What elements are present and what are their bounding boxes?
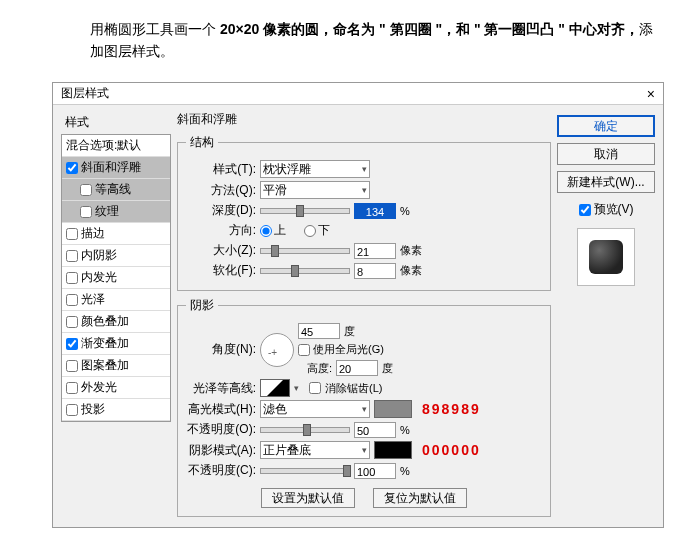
style-label: 图案叠加 bbox=[81, 357, 129, 374]
style-item-1[interactable]: 斜面和浮雕 bbox=[62, 157, 170, 179]
style-item-6[interactable]: 内发光 bbox=[62, 267, 170, 289]
new-style-button[interactable]: 新建样式(W)... bbox=[557, 171, 655, 193]
angle-wheel[interactable]: -+ bbox=[260, 333, 294, 367]
style-checkbox-10[interactable] bbox=[66, 360, 78, 372]
soften-input[interactable]: 8 bbox=[354, 263, 396, 279]
global-light-checkbox[interactable] bbox=[298, 344, 310, 356]
section-title: 斜面和浮雕 bbox=[177, 111, 551, 128]
gloss-contour-swatch[interactable] bbox=[260, 379, 290, 397]
style-item-7[interactable]: 光泽 bbox=[62, 289, 170, 311]
chevron-down-icon: ▾ bbox=[362, 185, 367, 195]
structure-fieldset: 结构 样式(T): 枕状浮雕▾ 方法(Q): 平滑▾ 深度(D): 134 % … bbox=[177, 134, 551, 291]
highlight-opacity-input[interactable]: 50 bbox=[354, 422, 396, 438]
style-label: 斜面和浮雕 bbox=[81, 159, 141, 176]
style-label: 等高线 bbox=[95, 181, 131, 198]
style-checkbox-4[interactable] bbox=[66, 228, 78, 240]
direction-up-radio[interactable]: 上 bbox=[260, 222, 286, 239]
highlight-color-swatch[interactable] bbox=[374, 400, 412, 418]
style-checkbox-6[interactable] bbox=[66, 272, 78, 284]
reset-default-button[interactable]: 复位为默认值 bbox=[373, 488, 467, 508]
style-label: 投影 bbox=[81, 401, 105, 418]
style-checkbox-8[interactable] bbox=[66, 316, 78, 328]
style-checkbox-2[interactable] bbox=[80, 184, 92, 196]
style-select[interactable]: 枕状浮雕▾ bbox=[260, 160, 370, 178]
styles-heading: 样式 bbox=[61, 111, 171, 134]
style-item-0[interactable]: 混合选项:默认 bbox=[62, 135, 170, 157]
size-input[interactable]: 21 bbox=[354, 243, 396, 259]
direction-down-radio[interactable]: 下 bbox=[304, 222, 330, 239]
style-label: 颜色叠加 bbox=[81, 313, 129, 330]
style-label: 内阴影 bbox=[81, 247, 117, 264]
style-checkbox-11[interactable] bbox=[66, 382, 78, 394]
antialias-checkbox[interactable] bbox=[309, 382, 321, 394]
chevron-down-icon[interactable]: ▾ bbox=[294, 383, 299, 393]
angle-input[interactable]: 45 bbox=[298, 323, 340, 339]
highlight-mode-select[interactable]: 滤色▾ bbox=[260, 400, 370, 418]
style-item-11[interactable]: 外发光 bbox=[62, 377, 170, 399]
shadow-mode-select[interactable]: 正片叠底▾ bbox=[260, 441, 370, 459]
style-label: 外发光 bbox=[81, 379, 117, 396]
set-default-button[interactable]: 设置为默认值 bbox=[261, 488, 355, 508]
chevron-down-icon: ▾ bbox=[362, 445, 367, 455]
soften-slider[interactable] bbox=[260, 268, 350, 274]
depth-slider[interactable] bbox=[260, 208, 350, 214]
layer-style-dialog: 图层样式 × 样式 混合选项:默认斜面和浮雕等高线纹理描边内阴影内发光光泽颜色叠… bbox=[52, 82, 664, 528]
shadow-opacity-input[interactable]: 100 bbox=[354, 463, 396, 479]
chevron-down-icon: ▾ bbox=[362, 404, 367, 414]
chevron-down-icon: ▾ bbox=[362, 164, 367, 174]
style-checkbox-5[interactable] bbox=[66, 250, 78, 262]
shadow-fieldset: 阴影 角度(N): -+ 45 度 使用全局光(G) bbox=[177, 297, 551, 517]
style-item-10[interactable]: 图案叠加 bbox=[62, 355, 170, 377]
style-label: 渐变叠加 bbox=[81, 335, 129, 352]
close-icon[interactable]: × bbox=[647, 86, 655, 102]
style-checkbox-12[interactable] bbox=[66, 404, 78, 416]
ok-button[interactable]: 确定 bbox=[557, 115, 655, 137]
style-item-4[interactable]: 描边 bbox=[62, 223, 170, 245]
shadow-opacity-slider[interactable] bbox=[260, 468, 350, 474]
style-item-12[interactable]: 投影 bbox=[62, 399, 170, 421]
style-label: 光泽 bbox=[81, 291, 105, 308]
styles-list: 混合选项:默认斜面和浮雕等高线纹理描边内阴影内发光光泽颜色叠加渐变叠加图案叠加外… bbox=[61, 134, 171, 422]
style-label: 混合选项:默认 bbox=[66, 137, 141, 154]
shadow-color-swatch[interactable] bbox=[374, 441, 412, 459]
style-label: 纹理 bbox=[95, 203, 119, 220]
style-label: 描边 bbox=[81, 225, 105, 242]
style-checkbox-3[interactable] bbox=[80, 206, 92, 218]
preview-checkbox[interactable] bbox=[579, 204, 591, 216]
style-checkbox-7[interactable] bbox=[66, 294, 78, 306]
dialog-title: 图层样式 bbox=[61, 85, 109, 102]
cancel-button[interactable]: 取消 bbox=[557, 143, 655, 165]
size-slider[interactable] bbox=[260, 248, 350, 254]
style-checkbox-9[interactable] bbox=[66, 338, 78, 350]
shadow-hex-label: 000000 bbox=[422, 442, 481, 458]
method-select[interactable]: 平滑▾ bbox=[260, 181, 370, 199]
preview-swatch bbox=[577, 228, 635, 286]
highlight-opacity-slider[interactable] bbox=[260, 427, 350, 433]
style-label: 内发光 bbox=[81, 269, 117, 286]
depth-input[interactable]: 134 bbox=[354, 203, 396, 219]
highlight-hex-label: 898989 bbox=[422, 401, 481, 417]
style-item-9[interactable]: 渐变叠加 bbox=[62, 333, 170, 355]
instruction-text: 用椭圆形工具画一个 20×20 像素的圆，命名为 " 第四圈 "，和 " 第一圈… bbox=[90, 18, 660, 62]
style-item-5[interactable]: 内阴影 bbox=[62, 245, 170, 267]
style-item-3[interactable]: 纹理 bbox=[62, 201, 170, 223]
style-checkbox-1[interactable] bbox=[66, 162, 78, 174]
dialog-titlebar: 图层样式 × bbox=[53, 83, 663, 105]
style-item-2[interactable]: 等高线 bbox=[62, 179, 170, 201]
style-item-8[interactable]: 颜色叠加 bbox=[62, 311, 170, 333]
altitude-input[interactable]: 20 bbox=[336, 360, 378, 376]
